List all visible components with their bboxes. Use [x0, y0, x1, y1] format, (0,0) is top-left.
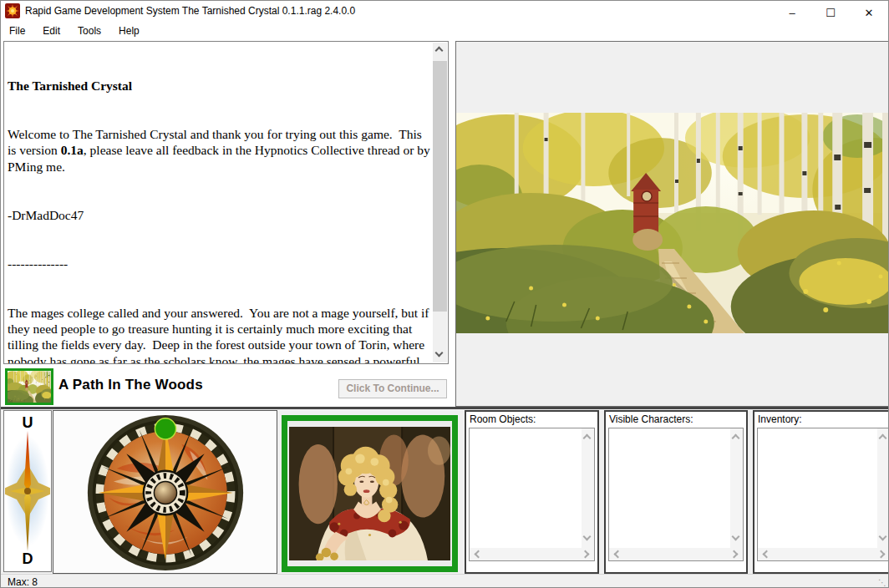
minimize-icon: – — [789, 7, 795, 19]
menu-help[interactable]: Help — [112, 23, 146, 39]
scroll-up-icon[interactable] — [435, 47, 444, 55]
compass-rose-icon[interactable] — [84, 412, 246, 574]
inventory-label: Inventory: — [758, 413, 802, 425]
scroll-left-icon[interactable] — [614, 550, 622, 559]
visible-characters-list[interactable] — [608, 428, 744, 561]
story-heading: The Tarnished Crystal — [8, 78, 430, 94]
inventory-hscrollbar[interactable] — [758, 548, 889, 560]
close-icon: ✕ — [865, 7, 874, 19]
room-strip: A Path In The Woods Click To Continue... — [3, 367, 449, 407]
room-thumbnail — [5, 368, 53, 405]
vertical-compass-icon — [5, 431, 50, 551]
bottom-area: U D Room Objects: — [1, 409, 889, 588]
scroll-up-icon[interactable] — [732, 434, 740, 443]
up-label[interactable]: U — [4, 414, 51, 432]
story-scrollbar-thumb[interactable] — [433, 61, 447, 312]
down-label[interactable]: D — [4, 550, 51, 568]
story-paragraph-intro: Welcome to The Tarnished Crystal and tha… — [8, 126, 430, 175]
scroll-up-icon[interactable] — [583, 434, 592, 443]
menu-tools[interactable]: Tools — [71, 23, 108, 39]
menu-edit[interactable]: Edit — [36, 23, 67, 39]
scroll-down-icon[interactable] — [732, 533, 740, 541]
scroll-right-icon[interactable] — [877, 550, 886, 559]
scroll-right-icon[interactable] — [730, 550, 739, 559]
scroll-up-icon[interactable] — [879, 434, 887, 443]
story-text: The Tarnished Crystal Welcome to The Tar… — [4, 43, 432, 363]
scroll-down-icon[interactable] — [435, 349, 444, 357]
compass-north-dot[interactable] — [155, 418, 175, 439]
menubar: File Edit Tools Help — [1, 21, 888, 40]
titlebar: Rapid Game Development System The Tarnis… — [1, 1, 888, 21]
story-version: 0.1a — [61, 143, 84, 157]
scroll-left-icon[interactable] — [475, 550, 483, 559]
story-signature: -DrMadDoc47 — [8, 207, 430, 223]
max-status: Max: 8 — [8, 576, 38, 588]
room-objects-vscrollbar[interactable] — [582, 428, 594, 548]
scroll-right-icon[interactable] — [582, 550, 590, 559]
inventory-list[interactable] — [757, 428, 889, 561]
inventory-vscrollbar[interactable] — [877, 428, 889, 548]
room-objects-list[interactable] — [469, 428, 595, 561]
room-objects-panel: Room Objects: — [465, 410, 599, 574]
compass-panel[interactable] — [53, 410, 277, 574]
room-title: A Path In The Woods — [58, 377, 203, 393]
scroll-down-icon[interactable] — [879, 533, 887, 541]
room-objects-label: Room Objects: — [470, 413, 536, 425]
scene-image — [456, 113, 889, 333]
scroll-down-icon[interactable] — [583, 533, 592, 541]
app-window: Rapid Game Development System The Tarnis… — [0, 0, 889, 588]
menu-file[interactable]: File — [3, 23, 32, 39]
visible-characters-label: Visible Characters: — [609, 413, 693, 425]
visible-characters-vscrollbar[interactable] — [730, 428, 743, 548]
visible-characters-panel: Visible Characters: — [604, 410, 748, 574]
maximize-icon: ☐ — [826, 7, 836, 19]
room-objects-hscrollbar[interactable] — [470, 548, 594, 560]
story-panel: The Tarnished Crystal Welcome to The Tar… — [3, 41, 449, 364]
resize-grip-icon[interactable]: ⋱ — [878, 578, 887, 587]
window-title: Rapid Game Development System The Tarnis… — [25, 5, 355, 17]
continue-button[interactable]: Click To Continue... — [338, 379, 447, 398]
story-divider: -------------- — [8, 256, 430, 271]
inventory-panel: Inventory: — [753, 410, 889, 574]
story-paragraph-main: The mages college called and your answer… — [8, 305, 430, 364]
scene-panel — [455, 41, 889, 407]
status-bar: Max: 8 ⋱ — [1, 574, 889, 588]
character-portrait-image[interactable] — [289, 427, 450, 560]
story-scrollbar[interactable] — [433, 43, 447, 362]
visible-characters-hscrollbar[interactable] — [609, 548, 743, 560]
up-down-panel[interactable]: U D — [3, 410, 52, 572]
character-portrait-panel[interactable] — [282, 415, 458, 572]
scroll-left-icon[interactable] — [763, 550, 771, 559]
app-icon — [5, 3, 20, 18]
